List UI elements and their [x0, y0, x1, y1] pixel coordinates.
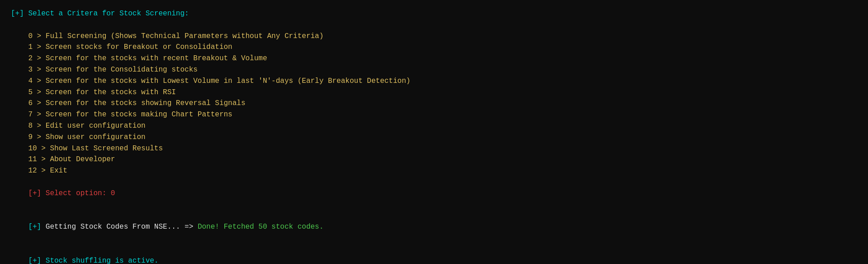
menu-item-3: 3 > Screen for the Consolidating stocks: [11, 64, 857, 76]
menu-spacer: [11, 19, 857, 31]
menu-header: [+] Select a Critera for Stock Screening…: [11, 8, 857, 19]
menu-item-1: 1 > Screen stocks for Breakout or Consol…: [11, 42, 857, 53]
menu-item-5: 5 > Screen for the stocks with RSI: [11, 87, 857, 98]
select-value: 0: [111, 189, 115, 197]
fetch-prefix: [+]: [28, 223, 45, 231]
select-prefix: [+] Select option:: [28, 189, 110, 197]
menu-item-10: 10 > Show Last Screened Results: [11, 143, 857, 154]
terminal-window: [+] Select a Critera for Stock Screening…: [11, 8, 857, 264]
menu-item-4: 4 > Screen for the stocks with Lowest Vo…: [11, 76, 857, 87]
fetch-text: Getting Stock Codes From NSE...: [46, 223, 185, 231]
shuffle-bracket: [+]: [28, 257, 45, 264]
menu-item-12: 12 > Exit: [11, 165, 857, 177]
select-option-line: [+] Select option: 0: [11, 177, 857, 210]
menu-item-0: 0 > Full Screening (Shows Technical Para…: [11, 31, 857, 42]
fetch-done: Done! Fetched 50 stock codes.: [198, 223, 323, 231]
menu-item-11: 11 > About Developer: [11, 154, 857, 165]
menu-item-9: 9 > Show user configuration: [11, 132, 857, 143]
menu-item-6: 6 > Screen for the stocks showing Revers…: [11, 98, 857, 109]
menu-item-7: 7 > Screen for the stocks making Chart P…: [11, 109, 857, 120]
shuffle-text: Stock shuffling is active.: [46, 257, 159, 264]
fetch-arrow: =>: [185, 223, 198, 231]
shuffle-line: [+] Stock shuffling is active.: [11, 244, 857, 264]
fetch-codes-line: [+] Getting Stock Codes From NSE... => D…: [11, 210, 857, 244]
menu-item-2: 2 > Screen for the stocks with recent Br…: [11, 53, 857, 64]
menu-item-8: 8 > Edit user configuration: [11, 120, 857, 132]
